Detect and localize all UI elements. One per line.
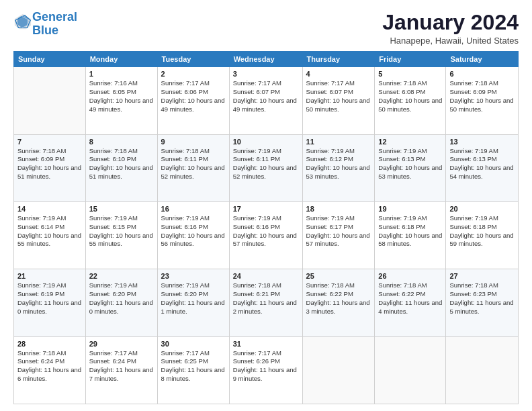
day-cell: 12Sunrise: 7:19 AM Sunset: 6:13 PM Dayli… — [375, 134, 446, 201]
day-number: 6 — [449, 70, 515, 78]
day-number: 24 — [233, 272, 299, 280]
day-info: Sunrise: 7:19 AM Sunset: 6:18 PM Dayligh… — [449, 214, 515, 248]
week-row-0: 1Sunrise: 7:16 AM Sunset: 6:05 PM Daylig… — [14, 67, 519, 134]
day-cell: 2Sunrise: 7:17 AM Sunset: 6:06 PM Daylig… — [157, 67, 229, 134]
day-cell: 29Sunrise: 7:17 AM Sunset: 6:24 PM Dayli… — [85, 336, 157, 404]
col-sunday: Sunday — [14, 52, 86, 67]
col-monday: Monday — [85, 52, 157, 67]
day-info: Sunrise: 7:19 AM Sunset: 6:13 PM Dayligh… — [378, 147, 442, 181]
day-number: 27 — [449, 272, 515, 280]
day-number: 20 — [449, 205, 515, 213]
day-info: Sunrise: 7:19 AM Sunset: 6:17 PM Dayligh… — [306, 214, 371, 248]
day-cell: 31Sunrise: 7:17 AM Sunset: 6:26 PM Dayli… — [229, 336, 302, 404]
day-number: 30 — [161, 340, 226, 348]
page: General Blue January 2024 Hanapepe, Hawa… — [0, 0, 532, 411]
day-info: Sunrise: 7:18 AM Sunset: 6:22 PM Dayligh… — [378, 281, 442, 316]
day-cell: 18Sunrise: 7:19 AM Sunset: 6:17 PM Dayli… — [302, 201, 375, 269]
day-info: Sunrise: 7:18 AM Sunset: 6:22 PM Dayligh… — [306, 281, 371, 316]
logo-text: General Blue — [32, 11, 77, 38]
day-cell — [446, 336, 519, 404]
day-info: Sunrise: 7:16 AM Sunset: 6:05 PM Dayligh… — [89, 79, 154, 113]
month-title: January 2024 — [382, 11, 519, 34]
day-info: Sunrise: 7:19 AM Sunset: 6:18 PM Dayligh… — [378, 214, 442, 248]
day-info: Sunrise: 7:18 AM Sunset: 6:11 PM Dayligh… — [161, 147, 226, 181]
day-info: Sunrise: 7:18 AM Sunset: 6:09 PM Dayligh… — [449, 79, 515, 113]
week-row-1: 7Sunrise: 7:18 AM Sunset: 6:09 PM Daylig… — [14, 134, 519, 201]
title-block: January 2024 Hanapepe, Hawaii, United St… — [382, 11, 519, 46]
day-number: 5 — [378, 70, 442, 78]
day-info: Sunrise: 7:17 AM Sunset: 6:06 PM Dayligh… — [161, 79, 226, 113]
header: General Blue January 2024 Hanapepe, Hawa… — [13, 11, 519, 46]
day-number: 21 — [17, 272, 82, 280]
day-info: Sunrise: 7:18 AM Sunset: 6:23 PM Dayligh… — [449, 281, 515, 316]
day-number: 15 — [89, 205, 154, 213]
day-number: 23 — [161, 272, 226, 280]
day-info: Sunrise: 7:19 AM Sunset: 6:14 PM Dayligh… — [17, 214, 82, 248]
day-cell: 19Sunrise: 7:19 AM Sunset: 6:18 PM Dayli… — [375, 201, 446, 269]
logo-icon — [13, 13, 32, 32]
day-number: 8 — [89, 138, 154, 146]
day-info: Sunrise: 7:17 AM Sunset: 6:07 PM Dayligh… — [306, 79, 371, 113]
logo-general: General — [32, 10, 77, 24]
day-info: Sunrise: 7:17 AM Sunset: 6:26 PM Dayligh… — [233, 349, 299, 383]
day-cell: 24Sunrise: 7:18 AM Sunset: 6:21 PM Dayli… — [229, 269, 302, 336]
day-cell: 15Sunrise: 7:19 AM Sunset: 6:15 PM Dayli… — [85, 201, 157, 269]
day-info: Sunrise: 7:19 AM Sunset: 6:11 PM Dayligh… — [233, 147, 299, 181]
day-number: 28 — [17, 340, 82, 348]
day-info: Sunrise: 7:19 AM Sunset: 6:16 PM Dayligh… — [233, 214, 299, 248]
day-number: 19 — [378, 205, 442, 213]
day-cell: 10Sunrise: 7:19 AM Sunset: 6:11 PM Dayli… — [229, 134, 302, 201]
day-info: Sunrise: 7:19 AM Sunset: 6:16 PM Dayligh… — [161, 214, 226, 248]
day-number: 25 — [306, 272, 371, 280]
day-cell: 8Sunrise: 7:18 AM Sunset: 6:10 PM Daylig… — [85, 134, 157, 201]
day-info: Sunrise: 7:19 AM Sunset: 6:15 PM Dayligh… — [89, 214, 154, 248]
day-number: 3 — [233, 70, 299, 78]
day-cell: 4Sunrise: 7:17 AM Sunset: 6:07 PM Daylig… — [302, 67, 375, 134]
day-info: Sunrise: 7:18 AM Sunset: 6:21 PM Dayligh… — [233, 281, 299, 316]
col-thursday: Thursday — [302, 52, 375, 67]
day-number: 7 — [17, 138, 82, 146]
day-cell: 5Sunrise: 7:18 AM Sunset: 6:08 PM Daylig… — [375, 67, 446, 134]
day-info: Sunrise: 7:18 AM Sunset: 6:09 PM Dayligh… — [17, 147, 82, 181]
col-wednesday: Wednesday — [229, 52, 302, 67]
day-info: Sunrise: 7:18 AM Sunset: 6:24 PM Dayligh… — [17, 349, 82, 383]
day-number: 12 — [378, 138, 442, 146]
day-cell: 21Sunrise: 7:19 AM Sunset: 6:19 PM Dayli… — [14, 269, 86, 336]
week-row-3: 21Sunrise: 7:19 AM Sunset: 6:19 PM Dayli… — [14, 269, 519, 336]
day-number: 10 — [233, 138, 299, 146]
day-info: Sunrise: 7:19 AM Sunset: 6:20 PM Dayligh… — [89, 281, 154, 316]
week-row-4: 28Sunrise: 7:18 AM Sunset: 6:24 PM Dayli… — [14, 336, 519, 404]
day-cell: 27Sunrise: 7:18 AM Sunset: 6:23 PM Dayli… — [446, 269, 519, 336]
calendar-table: Sunday Monday Tuesday Wednesday Thursday… — [13, 51, 519, 404]
day-number: 26 — [378, 272, 442, 280]
day-info: Sunrise: 7:19 AM Sunset: 6:12 PM Dayligh… — [306, 147, 371, 181]
day-number: 31 — [233, 340, 299, 348]
day-info: Sunrise: 7:17 AM Sunset: 6:24 PM Dayligh… — [89, 349, 154, 383]
week-row-2: 14Sunrise: 7:19 AM Sunset: 6:14 PM Dayli… — [14, 201, 519, 269]
day-cell: 22Sunrise: 7:19 AM Sunset: 6:20 PM Dayli… — [85, 269, 157, 336]
day-number: 17 — [233, 205, 299, 213]
col-tuesday: Tuesday — [157, 52, 229, 67]
day-cell: 3Sunrise: 7:17 AM Sunset: 6:07 PM Daylig… — [229, 67, 302, 134]
day-cell — [375, 336, 446, 404]
day-info: Sunrise: 7:19 AM Sunset: 6:20 PM Dayligh… — [161, 281, 226, 316]
day-number: 2 — [161, 70, 226, 78]
day-info: Sunrise: 7:19 AM Sunset: 6:19 PM Dayligh… — [17, 281, 82, 316]
day-cell: 30Sunrise: 7:17 AM Sunset: 6:25 PM Dayli… — [157, 336, 229, 404]
day-cell: 9Sunrise: 7:18 AM Sunset: 6:11 PM Daylig… — [157, 134, 229, 201]
day-number: 11 — [306, 138, 371, 146]
day-cell: 28Sunrise: 7:18 AM Sunset: 6:24 PM Dayli… — [14, 336, 86, 404]
day-cell: 26Sunrise: 7:18 AM Sunset: 6:22 PM Dayli… — [375, 269, 446, 336]
day-number: 13 — [449, 138, 515, 146]
day-cell: 11Sunrise: 7:19 AM Sunset: 6:12 PM Dayli… — [302, 134, 375, 201]
day-cell — [302, 336, 375, 404]
logo: General Blue — [13, 11, 77, 38]
day-number: 18 — [306, 205, 371, 213]
day-number: 29 — [89, 340, 154, 348]
day-number: 22 — [89, 272, 154, 280]
day-cell: 20Sunrise: 7:19 AM Sunset: 6:18 PM Dayli… — [446, 201, 519, 269]
day-cell: 13Sunrise: 7:19 AM Sunset: 6:13 PM Dayli… — [446, 134, 519, 201]
day-cell: 1Sunrise: 7:16 AM Sunset: 6:05 PM Daylig… — [85, 67, 157, 134]
day-cell: 25Sunrise: 7:18 AM Sunset: 6:22 PM Dayli… — [302, 269, 375, 336]
logo-blue: Blue — [32, 24, 58, 37]
